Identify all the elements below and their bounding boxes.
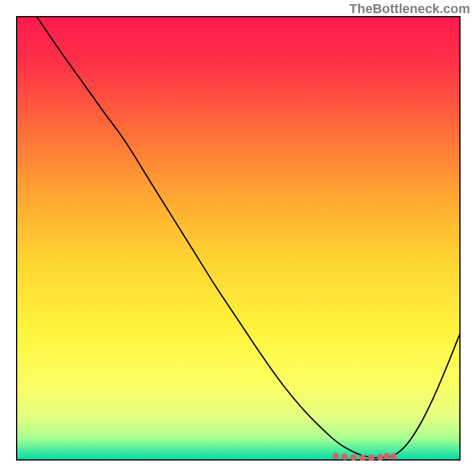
chart-svg	[0, 0, 476, 476]
marker-optimal-range-markers	[359, 455, 366, 461]
marker-optimal-range-markers	[350, 454, 357, 461]
watermark-text: TheBottleneck.com	[349, 1, 470, 17]
marker-optimal-range-markers	[342, 453, 348, 460]
marker-optimal-range-markers	[384, 453, 390, 459]
chart-container: TheBottleneck.com	[0, 0, 476, 476]
marker-optimal-range-markers	[377, 454, 383, 461]
marker-optimal-range-markers	[333, 453, 339, 459]
marker-optimal-range-markers	[368, 455, 375, 461]
marker-optimal-range-markers	[390, 453, 397, 460]
